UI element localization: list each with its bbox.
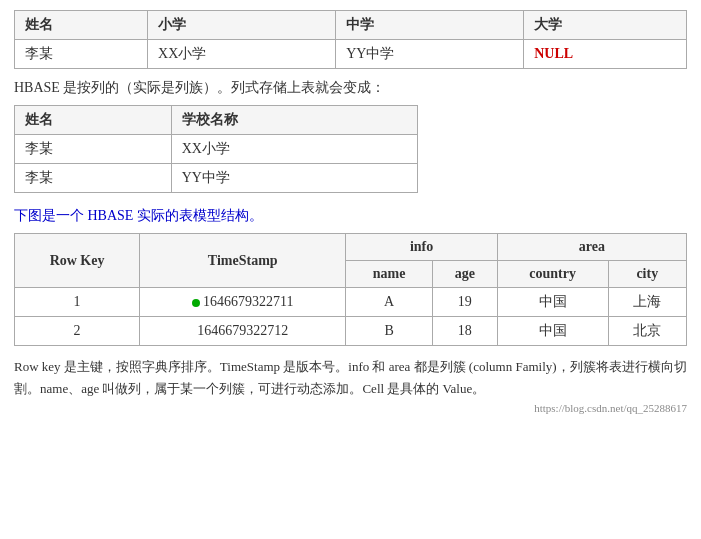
model-area-group-header: area <box>497 234 686 261</box>
hbase-model-table: Row Key TimeStamp info area name age cou… <box>14 233 687 346</box>
model-row2-age: 18 <box>432 317 497 346</box>
col-table-header2: 学校名称 <box>171 106 417 135</box>
section-title: 下图是一个 HBASE 实际的表模型结构。 <box>14 207 687 225</box>
table-row: 李某 XX小学 YY中学 NULL <box>15 40 687 69</box>
model-country-header: country <box>497 261 608 288</box>
model-name-header: name <box>346 261 433 288</box>
model-row2-city: 北京 <box>608 317 686 346</box>
null-value: NULL <box>534 46 573 61</box>
col-row1-col1: 李某 <box>15 135 172 164</box>
watermark-text: https://blog.csdn.net/qq_25288617 <box>14 402 687 414</box>
top-table-header-col2: 小学 <box>148 11 336 40</box>
col-row2-col2: YY中学 <box>171 164 417 193</box>
col-row1-col2: XX小学 <box>171 135 417 164</box>
column-table: 姓名 学校名称 李某 XX小学 李某 YY中学 <box>14 105 418 193</box>
model-row1-city: 上海 <box>608 288 686 317</box>
green-dot-icon <box>192 299 200 307</box>
row1-col4: NULL <box>524 40 687 69</box>
col-table-header1: 姓名 <box>15 106 172 135</box>
table-row: 李某 XX小学 <box>15 135 418 164</box>
model-row1-age: 19 <box>432 288 497 317</box>
row1-col2: XX小学 <box>148 40 336 69</box>
model-row1-rowkey: 1 <box>15 288 140 317</box>
model-row2-country: 中国 <box>497 317 608 346</box>
model-row2-rowkey: 2 <box>15 317 140 346</box>
model-row2-name: B <box>346 317 433 346</box>
top-table: 姓名 小学 中学 大学 李某 XX小学 YY中学 NULL <box>14 10 687 69</box>
model-city-header: city <box>608 261 686 288</box>
model-info-group-header: info <box>346 234 497 261</box>
model-row1-name: A <box>346 288 433 317</box>
description-1: HBASE 是按列的（实际是列族）。列式存储上表就会变成： <box>14 79 687 97</box>
table-row: 2 1646679322712 B 18 中国 北京 <box>15 317 687 346</box>
model-row1-ts-value: 1646679322711 <box>203 294 293 309</box>
top-table-header-col3: 中学 <box>336 11 524 40</box>
table-row: 李某 YY中学 <box>15 164 418 193</box>
bottom-description: Row key 是主键，按照字典序排序。TimeStamp 是版本号。info … <box>14 356 687 400</box>
model-row2-timestamp: 1646679322712 <box>140 317 346 346</box>
model-age-header: age <box>432 261 497 288</box>
row1-col3: YY中学 <box>336 40 524 69</box>
top-table-header-col1: 姓名 <box>15 11 148 40</box>
model-row1-country: 中国 <box>497 288 608 317</box>
model-timestamp-header: TimeStamp <box>140 234 346 288</box>
col-row2-col1: 李某 <box>15 164 172 193</box>
model-rowkey-header: Row Key <box>15 234 140 288</box>
row1-col1: 李某 <box>15 40 148 69</box>
model-row1-timestamp: 1646679322711 <box>140 288 346 317</box>
table-row: 1 1646679322711 A 19 中国 上海 <box>15 288 687 317</box>
top-table-header-col4: 大学 <box>524 11 687 40</box>
